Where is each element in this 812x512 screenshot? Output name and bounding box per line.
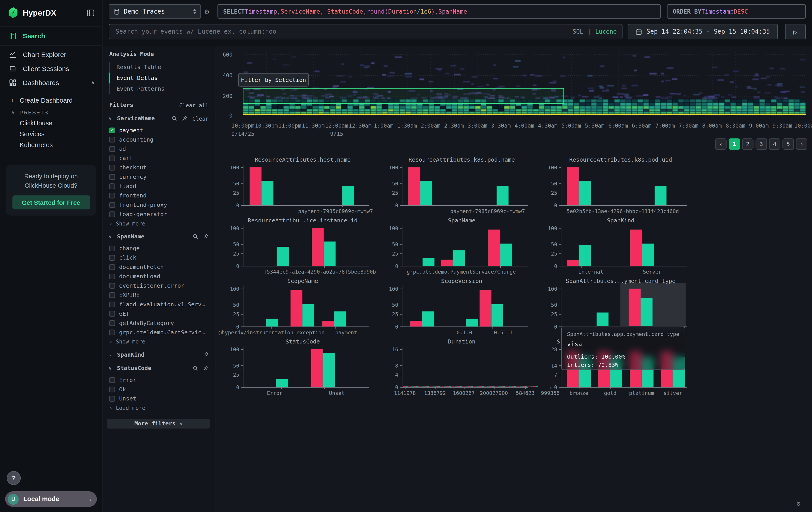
chart-plot[interactable]: 10050250: [561, 286, 687, 327]
inliers-bar[interactable]: [422, 311, 434, 326]
filter-group-header[interactable]: ∨ServiceNameClear: [107, 115, 210, 122]
search-icon[interactable]: [193, 234, 198, 240]
source-settings-gear-icon[interactable]: ⚙: [205, 7, 209, 16]
source-select[interactable]: Demo Traces: [109, 4, 201, 19]
pin-icon[interactable]: [203, 234, 209, 240]
chart-plot[interactable]: 100502500.1.00.51.1: [402, 286, 528, 327]
checkbox[interactable]: [109, 183, 115, 189]
chart-plot[interactable]: 10050250ErrorUnset: [243, 347, 369, 387]
filter-option-flagd[interactable]: flagd: [107, 182, 210, 191]
filter-option-load-generator[interactable]: load-generator: [107, 209, 210, 219]
show-more-link[interactable]: › Load more: [107, 405, 210, 411]
filter-option-get[interactable]: GET: [107, 309, 210, 318]
inliers-bar[interactable]: [466, 319, 478, 326]
outliers-bar[interactable]: [312, 228, 324, 266]
outliers-bar[interactable]: [480, 290, 491, 327]
filter-option-ok[interactable]: Ok: [107, 384, 210, 394]
search-input[interactable]: [115, 27, 569, 36]
filter-option-checkout[interactable]: checkout: [107, 163, 210, 172]
chart-plot[interactable]: 100502505e02b5fb-13ae-4296-bbbc-111f423c…: [561, 165, 687, 206]
inliers-bar[interactable]: [496, 186, 508, 205]
filter-option-getadsbycategory[interactable]: getAdsByCategory: [107, 318, 210, 327]
outliers-bar[interactable]: [410, 321, 422, 327]
sidebar-item-dashboards[interactable]: Dashboards∧: [0, 76, 102, 90]
sql-select-input[interactable]: SELECT Timestamp, ServiceName, StatusCod…: [218, 4, 661, 19]
checkbox[interactable]: [109, 202, 115, 208]
checkbox[interactable]: [109, 301, 115, 307]
checkbox[interactable]: [109, 164, 115, 170]
sidebar-item-preset-services[interactable]: Services: [20, 129, 102, 139]
filter-option-expire[interactable]: EXPIRE: [107, 290, 210, 300]
pin-icon[interactable]: [203, 365, 209, 371]
mode-sql-toggle[interactable]: SQL: [573, 28, 583, 35]
search-icon[interactable]: [172, 115, 177, 121]
inliers-bar[interactable]: [323, 242, 336, 266]
checkbox[interactable]: [109, 396, 115, 401]
inliers-bar[interactable]: [342, 186, 354, 205]
analysis-mode-option-event-deltas[interactable]: Event Deltas: [109, 73, 210, 83]
inliers-bar[interactable]: [420, 181, 432, 205]
checkbox[interactable]: [109, 174, 115, 180]
inliers-bar[interactable]: [423, 258, 434, 266]
filter-option-cart[interactable]: cart: [107, 153, 210, 163]
filter-group-header[interactable]: ∨StatusCode: [107, 365, 210, 372]
checkbox[interactable]: [109, 264, 115, 270]
filter-option-change[interactable]: change: [107, 244, 210, 253]
filter-option-grpc-oteldemo-cartservic-[interactable]: grpc.oteldemo.CartServic…: [107, 327, 210, 337]
outliers-bar[interactable]: [408, 167, 420, 205]
filter-option-frontend[interactable]: frontend: [107, 191, 210, 200]
get-started-button[interactable]: Get Started for Free: [12, 195, 90, 210]
checkbox[interactable]: [109, 273, 115, 279]
sidebar-item-create-dashboard[interactable]: + Create Dashboard: [20, 95, 102, 107]
pin-icon[interactable]: [203, 352, 209, 358]
inliers-bar[interactable]: [491, 304, 503, 327]
clear-filter-link[interactable]: Clear: [192, 115, 209, 122]
outliers-bar[interactable]: [630, 230, 642, 266]
chart-plot[interactable]: 10050250payment-7985c8969c-mwmw7: [243, 165, 369, 206]
sidebar-item-client-sessions[interactable]: Client Sessions: [0, 62, 102, 76]
checkbox[interactable]: [109, 146, 115, 152]
pagination-page-1[interactable]: 1: [729, 138, 740, 150]
filter-option-error[interactable]: Error: [107, 375, 210, 384]
clear-all-filters-link[interactable]: Clear all: [179, 102, 210, 108]
help-button[interactable]: ?: [7, 471, 21, 485]
chart-plot[interactable]: 10050250payment-7985c8969c-mwmw7: [402, 165, 528, 206]
inliers-bar[interactable]: [500, 244, 512, 266]
checkbox[interactable]: [109, 245, 115, 251]
filter-option-documentload[interactable]: documentLoad: [107, 272, 210, 281]
pin-icon[interactable]: [182, 115, 188, 121]
local-mode-menu[interactable]: U Local mode ›: [5, 491, 97, 507]
checkbox[interactable]: [109, 377, 115, 383]
chart-plot[interactable]: 10050250@hyperdx/instrumentation-excepti…: [243, 286, 369, 327]
inliers-bar[interactable]: [655, 186, 667, 205]
sidebar-item-search[interactable]: Search: [0, 29, 102, 43]
inliers-bar[interactable]: [277, 247, 289, 266]
outliers-bar[interactable]: [250, 167, 262, 205]
checkbox[interactable]: [109, 311, 115, 317]
sidebar-item-preset-kubernetes[interactable]: Kubernetes: [20, 139, 102, 150]
filter-option-documentfetch[interactable]: documentFetch: [107, 262, 210, 272]
inliers-bar[interactable]: [642, 244, 654, 266]
checkbox[interactable]: [109, 386, 115, 392]
filter-group-header[interactable]: ∨SpanName: [107, 233, 210, 240]
analysis-mode-option-event-patterns[interactable]: Event Patterns: [109, 83, 210, 95]
inliers-bar[interactable]: [323, 353, 335, 387]
filter-option-frontend-proxy[interactable]: frontend-proxy: [107, 200, 210, 210]
filter-option-click[interactable]: click: [107, 253, 210, 262]
analysis-mode-option-results-table[interactable]: Results Table: [109, 62, 210, 73]
outliers-bar[interactable]: [290, 290, 302, 327]
chart-plot[interactable]: 10050250InternalServer: [561, 225, 687, 266]
filter-option-eventlistener-error[interactable]: eventListener.error: [107, 281, 210, 290]
inliers-bar[interactable]: [276, 379, 288, 387]
checkbox[interactable]: ✓: [109, 127, 115, 133]
checkbox[interactable]: [109, 155, 115, 161]
filter-group-header[interactable]: ›SpanKind: [107, 351, 210, 358]
checkbox[interactable]: [109, 320, 115, 326]
sidebar-collapse-icon[interactable]: [86, 8, 95, 17]
checkbox[interactable]: [109, 255, 115, 261]
run-query-button[interactable]: ▷: [785, 24, 806, 39]
inliers-bar[interactable]: [579, 181, 591, 205]
chart-plot[interactable]: 1684011419781386792160026720002790058462…: [402, 347, 528, 387]
inliers-bar[interactable]: [302, 304, 314, 327]
sql-orderby-input[interactable]: ORDER BY Timestamp DESC: [667, 4, 806, 19]
